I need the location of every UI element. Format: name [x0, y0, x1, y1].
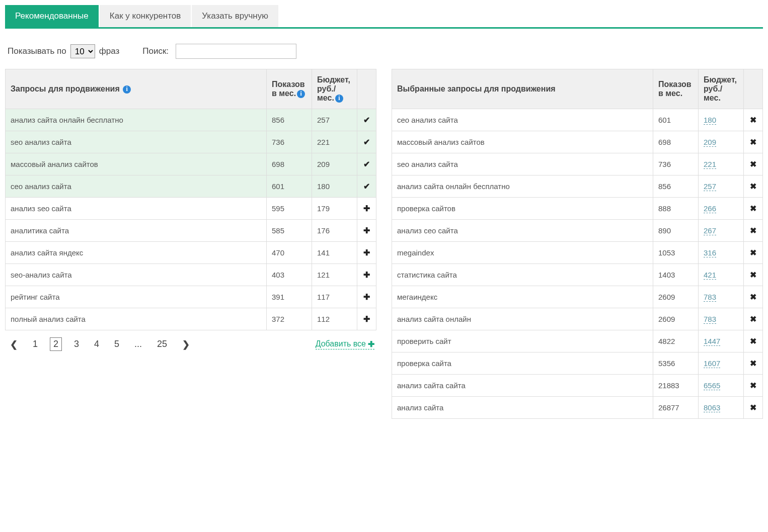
tab[interactable]: Рекомендованные — [5, 5, 99, 27]
cell-views: 391 — [267, 286, 312, 308]
tab[interactable]: Указать вручную — [192, 5, 278, 27]
budget-link[interactable]: 1447 — [704, 337, 720, 346]
remove-icon[interactable]: ✖ — [744, 109, 763, 131]
pager-page[interactable]: 4 — [91, 338, 102, 350]
table-row: анализ seo сайта595179✚ — [6, 198, 376, 220]
cell-budget: 112 — [312, 308, 357, 330]
pager-page[interactable]: 5 — [111, 338, 122, 350]
cell-query: анализ сайта онлайн бесплатно — [6, 109, 267, 131]
budget-link[interactable]: 267 — [704, 226, 716, 235]
remove-icon[interactable]: ✖ — [744, 330, 763, 352]
cell-budget: 266 — [699, 198, 744, 220]
check-icon[interactable]: ✔ — [357, 175, 376, 198]
table-row: анализ сайта онлайн2609783✖ — [392, 308, 763, 330]
budget-link[interactable]: 421 — [704, 271, 716, 280]
remove-icon[interactable]: ✖ — [744, 286, 763, 308]
cell-budget: 783 — [699, 286, 744, 308]
pager-ellipsis[interactable]: ... — [131, 338, 145, 350]
cell-views: 5356 — [653, 352, 699, 375]
table-row: аналитика сайта585176✚ — [6, 220, 376, 242]
left-header-views[interactable]: Показов в мес.i — [267, 69, 312, 109]
table-row: анализ сайта онлайн бесплатно856257✔ — [6, 109, 376, 131]
phrases-label: фраз — [99, 46, 120, 56]
cell-budget: 209 — [312, 153, 357, 175]
cell-query: рейтинг сайта — [6, 286, 267, 308]
add-icon[interactable]: ✚ — [357, 308, 376, 330]
remove-icon[interactable]: ✖ — [744, 198, 763, 220]
table-row: массовый анализ сайтов698209✔ — [6, 153, 376, 175]
check-icon[interactable]: ✔ — [357, 131, 376, 153]
budget-link[interactable]: 316 — [704, 248, 716, 257]
budget-link[interactable]: 6565 — [704, 381, 720, 390]
budget-link[interactable]: 257 — [704, 182, 716, 191]
remove-icon[interactable]: ✖ — [744, 375, 763, 397]
cell-budget: 121 — [312, 264, 357, 286]
left-header-action — [357, 69, 376, 109]
add-all-button[interactable]: Добавить все ✚ — [316, 339, 374, 349]
cell-views: 4822 — [653, 330, 699, 352]
pager-page[interactable]: 2 — [50, 337, 62, 351]
remove-icon[interactable]: ✖ — [744, 397, 763, 419]
budget-link[interactable]: 783 — [704, 315, 716, 324]
left-panel: Запросы для продвижения i Показов в мес.… — [5, 69, 376, 351]
left-header-budget[interactable]: Бюджет, руб./мес.i — [312, 69, 357, 109]
cell-views: 698 — [267, 153, 312, 175]
info-icon[interactable]: i — [297, 90, 305, 98]
cell-budget: 179 — [312, 198, 357, 220]
remove-icon[interactable]: ✖ — [744, 175, 763, 198]
page-size-select[interactable]: 10 — [70, 44, 95, 58]
pager-page[interactable]: 1 — [30, 338, 41, 350]
budget-link[interactable]: 8063 — [704, 403, 720, 412]
cell-budget: 180 — [699, 109, 744, 131]
budget-link[interactable]: 209 — [704, 138, 716, 147]
table-row: анализ сайта сайта218836565✖ — [392, 375, 763, 397]
pager-next-icon[interactable]: ❯ — [179, 338, 193, 351]
cell-views: 26877 — [653, 397, 699, 419]
remove-icon[interactable]: ✖ — [744, 264, 763, 286]
budget-link[interactable]: 266 — [704, 204, 716, 213]
budget-link[interactable]: 783 — [704, 293, 716, 302]
pager-prev-icon[interactable]: ❮ — [7, 338, 21, 351]
table-row: seo анализ сайта736221✔ — [6, 131, 376, 153]
budget-link[interactable]: 180 — [704, 116, 716, 125]
table-row: проверка сайтов888266✖ — [392, 198, 763, 220]
table-row: seo-анализ сайта403121✚ — [6, 264, 376, 286]
add-icon[interactable]: ✚ — [357, 198, 376, 220]
left-header-queries[interactable]: Запросы для продвижения i — [6, 69, 267, 109]
check-icon[interactable]: ✔ — [357, 109, 376, 131]
remove-icon[interactable]: ✖ — [744, 308, 763, 330]
budget-link[interactable]: 221 — [704, 160, 716, 169]
remove-icon[interactable]: ✖ — [744, 220, 763, 242]
cell-query: анализ сайта — [392, 397, 653, 419]
pager-page[interactable]: 25 — [154, 338, 170, 350]
add-icon[interactable]: ✚ — [357, 220, 376, 242]
search-input[interactable] — [176, 44, 296, 59]
plus-icon: ✚ — [368, 339, 374, 349]
add-icon[interactable]: ✚ — [357, 286, 376, 308]
info-icon[interactable]: i — [335, 95, 343, 103]
cell-views: 698 — [653, 131, 699, 153]
add-icon[interactable]: ✚ — [357, 242, 376, 264]
cell-query: seo-анализ сайта — [6, 264, 267, 286]
right-header-budget: Бюджет, руб./мес. — [699, 69, 744, 109]
tab[interactable]: Как у конкурентов — [100, 5, 191, 27]
right-header-queries: Выбранные запросы для продвижения — [392, 69, 653, 109]
remove-icon[interactable]: ✖ — [744, 131, 763, 153]
pager-page[interactable]: 3 — [71, 338, 82, 350]
add-icon[interactable]: ✚ — [357, 264, 376, 286]
remove-icon[interactable]: ✖ — [744, 153, 763, 175]
table-row: проверить сайт48221447✖ — [392, 330, 763, 352]
cell-query: seo анализ сайта — [6, 131, 267, 153]
table-row: рейтинг сайта391117✚ — [6, 286, 376, 308]
pager: ❮12345...25❯ — [7, 337, 193, 351]
cell-budget: 6565 — [699, 375, 744, 397]
check-icon[interactable]: ✔ — [357, 153, 376, 175]
cell-query: аналитика сайта — [6, 220, 267, 242]
remove-icon[interactable]: ✖ — [744, 242, 763, 264]
remove-icon[interactable]: ✖ — [744, 352, 763, 375]
budget-link[interactable]: 1607 — [704, 359, 720, 368]
info-icon[interactable]: i — [123, 85, 131, 94]
controls: Показывать по 10 фраз Поиск: — [5, 44, 763, 59]
table-row: анализ сайта268778063✖ — [392, 397, 763, 419]
cell-budget: 209 — [699, 131, 744, 153]
